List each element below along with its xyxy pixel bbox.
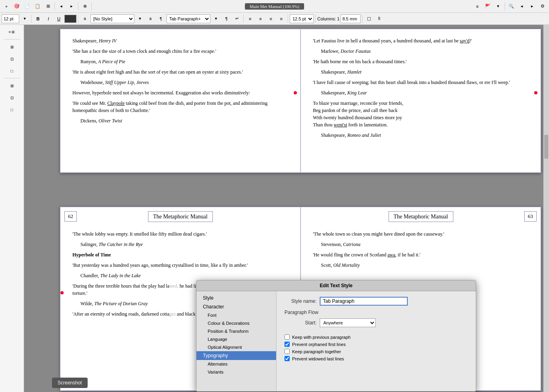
start-select[interactable]: Anywhere Next Column Next Frame Next Eve… [320,318,376,327]
text-romeo-poem: To blaze your marriage, reconcile your f… [313,100,529,128]
sidebar-alternates[interactable]: Alternates [196,360,276,368]
quote-wodehouse: Wodehouse, Stiff Upper Lip, Jeeves [80,79,288,86]
app-title: Main Met Manual (100.9%) [245,3,304,10]
panel-btn3[interactable]: □ [3,65,21,76]
sep1 [54,2,55,10]
scrollbar-thumb[interactable] [544,135,548,159]
sep10 [362,15,363,23]
sidebar-optical[interactable]: Optical Alignment [196,343,276,351]
text-hamlet-quote: 'He hath borne me on his back a thousand… [313,58,529,65]
page-num-right: 63 [524,211,537,222]
panel-btn4[interactable]: ⊞ [3,80,21,91]
red-dot-top-left [294,91,297,94]
checkbox-widow-input[interactable] [285,356,290,361]
sidebar-style[interactable]: Style [196,294,276,302]
col-width-input[interactable]: 8.5 mm [341,14,361,23]
liga-btn[interactable]: fi [375,14,384,24]
align-center[interactable]: ≡ [256,14,265,24]
align-justify[interactable]: ≡ [277,14,286,24]
panel-sep2 [4,78,20,78]
checkbox-keep-together-label: Keep paragraph together [292,349,341,354]
page-title-right: The Metaphoric Manual [388,211,453,222]
logo-btn[interactable]: 🎯 [12,2,22,11]
sidebar-colour[interactable]: Colour & Decorations [196,319,276,327]
checkbox-orphan-input[interactable] [285,342,290,347]
page-title-right-text: The Metaphoric Manual [388,211,453,222]
edit-text-style-dialog: Edit Text Style Style Character Font Col… [196,280,476,392]
forward-btn[interactable]: ▸ [67,2,76,11]
pilcrow[interactable]: ↵ [232,14,242,24]
font-size-input[interactable]: 12 pt [2,14,19,23]
panel-contents[interactable]: ≡ ⊞ [3,26,21,38]
main-toolbar: + 🎯 📄 📋 ⊞ ◂ ▸ ⊕ Main Met Manual (100.9%)… [0,0,549,13]
page-num-63: 63 [524,211,537,222]
columns-label: Columns: 1 [317,16,340,21]
page-num-left: 62 [64,211,77,222]
sep2 [78,2,78,10]
flag-btn[interactable]: 🚩 [483,2,493,11]
text-runyon-quote: 'She has a face the size of a town clock… [72,48,288,55]
panel-btn5[interactable]: ⊡ [3,92,21,103]
sidebar-character[interactable]: Character [196,302,276,311]
page-title-left: The Metaphoric Manual [148,211,212,222]
quote-salinger: Salinger, The Catcher in the Rye [80,241,288,248]
sidebar-position[interactable]: Position & Transform [196,327,276,335]
char-style-btn[interactable]: a [80,14,90,24]
next-btn[interactable]: ▸ [527,2,537,11]
font-size-stepper[interactable]: ▾ [20,14,30,24]
italic-btn[interactable]: I [44,14,53,24]
tab-more[interactable]: ▾ [211,14,221,24]
underline-btn[interactable]: U [54,14,64,24]
style-more[interactable]: ▾ [135,14,145,24]
checkbox-keep-together-input[interactable] [285,349,290,354]
style-select[interactable]: [No Style] [90,14,134,23]
align-left[interactable]: ≡ [245,14,255,24]
sep6 [78,15,78,23]
panel-btn6[interactable]: □ [3,104,21,115]
paragraph-flow-label: Paragraph Flow [285,310,468,315]
page-num-62: 62 [64,211,77,222]
style-name-input[interactable] [320,297,408,306]
frame-btn[interactable]: ▢ [364,14,374,24]
bottom-right-content: 'The whole town so clean you might have … [313,230,529,269]
text-sayd: say'd [460,38,469,44]
text-salinger-quote: 'The whole lobby was empty. It smelled l… [72,230,288,238]
checkbox-widow: Prevent widowed last lines [285,356,468,361]
para-mark[interactable]: ¶ [222,14,231,24]
new-btn[interactable]: + [2,2,11,11]
tab-para-select[interactable]: Tab Paragraph+ [166,14,210,23]
prev-btn[interactable]: ◂ [517,2,527,11]
align-right[interactable]: ≡ [266,14,276,24]
panel-btn1[interactable]: ⊞ [3,41,21,52]
style-btn2[interactable]: a [146,14,155,24]
sep7 [243,15,244,23]
screenshot-button[interactable]: Screenshot [52,378,88,388]
font-size-select[interactable]: 12.5 pt [290,14,314,23]
text-claypole: Claypole [107,100,124,106]
sidebar-typography[interactable]: Typography [196,351,276,360]
sep4 [505,2,505,10]
back-btn[interactable]: ◂ [56,2,66,11]
zoom-btn[interactable]: 🔍 [507,2,516,11]
bold-btn[interactable]: B [33,14,43,24]
text-wodehouse-quote: 'He is about eight feet high and has the… [72,68,288,76]
quote-chandler: Chandler, The Lady in the Lake [80,272,288,279]
red-dot-top-right [534,91,537,94]
panel-btn2[interactable]: ⊡ [3,53,21,64]
settings-btn[interactable]: ⚙ [538,2,547,11]
checkbox-keep-prev-input[interactable] [285,334,290,340]
doc2-btn[interactable]: 📋 [33,2,42,11]
text-henry-iv: Shakespeare, Henry IV [72,37,288,44]
right-scrollbar[interactable] [543,25,549,392]
color-swatch[interactable] [64,15,76,23]
start-row: Start: Anywhere Next Column Next Frame N… [285,318,468,327]
view-btn[interactable]: ≡ [473,2,482,11]
sidebar-variants[interactable]: Variants [196,368,276,376]
para-btn[interactable]: ¶ [156,14,166,24]
grid-btn[interactable]: ⊞ [43,2,53,11]
more-btn[interactable]: ▾ [493,2,503,11]
sidebar-font[interactable]: Font [196,311,276,319]
sidebar-language[interactable]: Language [196,335,276,343]
link-btn[interactable]: ⊕ [80,2,90,11]
doc-btn[interactable]: 📄 [22,2,32,11]
